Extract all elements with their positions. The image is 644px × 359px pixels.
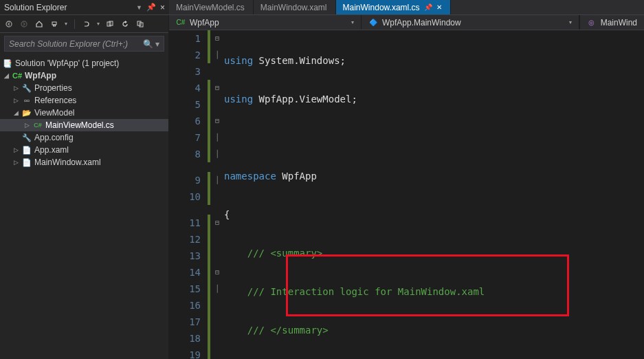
node-label: MainViewModel.cs <box>45 120 114 130</box>
code-body[interactable]: using System.Windows; using WpfApp.ViewM… <box>224 30 644 359</box>
svg-rect-3 <box>54 25 56 26</box>
expand-icon[interactable]: ▷ <box>12 146 19 153</box>
editor-panel: C# WpfApp ▾ 🔷 WpfApp.MainWindow ▾ ◎ Main… <box>169 15 644 359</box>
csproj-icon: C# <box>12 71 22 80</box>
solution-tree: 📑 Solution 'WpfApp' (1 project) ◢ C# Wpf… <box>0 54 168 171</box>
class-icon: 🔷 <box>368 18 378 28</box>
method-icon: ◎ <box>587 18 597 28</box>
main-area: ▾ ▾ Search Solution Explorer (Ctrl+;) 🔍 … <box>0 15 644 359</box>
solution-explorer-header: Solution Explorer ▼ 📌 × <box>0 0 169 14</box>
node-label: Properties <box>34 83 72 93</box>
project-node[interactable]: ◢ C# WpfApp <box>0 69 168 82</box>
nav-class-label: WpfApp.MainWindow <box>382 18 461 28</box>
mainviewmodel-file[interactable]: ▷ C# MainViewModel.cs <box>0 119 168 131</box>
tab-mainwindow-xaml[interactable]: MainWindow.xaml <box>254 0 336 14</box>
outlining-margin[interactable]: ⊟│⊟⊟││ │ ⊟⊟│ <box>210 30 224 359</box>
folder-open-icon: 📂 <box>22 108 32 118</box>
chevron-down-icon: ▾ <box>569 19 572 25</box>
svg-rect-2 <box>52 22 56 25</box>
search-placeholder: Search Solution Explorer (Ctrl+;) <box>9 39 128 49</box>
code-editor[interactable]: 123 456 78 910 111213 141516 171819 20 <box>169 30 644 359</box>
cs-file-icon: C# <box>33 120 43 130</box>
tab-label: MainWindow.xaml <box>260 3 327 12</box>
config-icon: 🔧 <box>22 133 32 142</box>
svg-point-1 <box>21 21 27 27</box>
solution-icon: 📑 <box>3 58 12 68</box>
show-all-icon[interactable] <box>105 19 115 29</box>
expand-icon[interactable]: ▷ <box>12 85 19 91</box>
chevron-down-icon: ▾ <box>351 19 354 25</box>
wrench-icon: 🔧 <box>22 83 32 93</box>
node-label: ViewModel <box>34 108 74 118</box>
nav-class-dropdown[interactable]: 🔷 WpfApp.MainWindow ▾ <box>362 15 579 30</box>
node-label: App.config <box>34 133 74 142</box>
appconfig-file[interactable]: 🔧 App.config <box>0 131 168 144</box>
solution-explorer: ▾ ▾ Search Solution Explorer (Ctrl+;) 🔍 … <box>0 15 169 359</box>
tab-mainwindow-cs[interactable]: MainWindow.xaml.cs 📌 ✕ <box>336 0 451 14</box>
nav-project-dropdown[interactable]: C# WpfApp ▾ <box>169 15 362 30</box>
solution-node[interactable]: 📑 Solution 'WpfApp' (1 project) <box>0 57 168 69</box>
forward-icon[interactable] <box>19 19 29 29</box>
viewmodel-folder[interactable]: ◢ 📂 ViewModel <box>0 107 168 119</box>
top-strip: Solution Explorer ▼ 📌 × MainViewModel.cs… <box>0 0 644 15</box>
node-label: WpfApp <box>25 71 56 80</box>
scope-icon[interactable] <box>82 19 91 29</box>
svg-point-0 <box>6 21 12 27</box>
collapse-icon[interactable]: ◢ <box>3 72 10 79</box>
tab-label: MainViewModel.cs <box>176 3 245 12</box>
close-icon[interactable]: × <box>160 3 165 12</box>
pin-icon[interactable]: 📌 <box>146 3 156 12</box>
dropdown-icon[interactable]: ▼ <box>136 4 142 11</box>
sync-icon[interactable] <box>49 19 59 29</box>
expand-icon[interactable]: ▷ <box>23 122 30 129</box>
appxaml-file[interactable]: ▷ 📄 App.xaml <box>0 144 168 156</box>
node-label: Solution 'WpfApp' (1 project) <box>15 58 119 68</box>
back-icon[interactable] <box>4 19 14 29</box>
navigation-bar: C# WpfApp ▾ 🔷 WpfApp.MainWindow ▾ ◎ Main… <box>169 15 644 30</box>
expand-icon[interactable]: ▷ <box>12 159 19 166</box>
properties-node[interactable]: ▷ 🔧 Properties <box>0 82 168 94</box>
references-node[interactable]: ▷ ▫▫ References <box>0 94 168 107</box>
line-number-gutter: 123 456 78 910 111213 141516 171819 20 <box>169 30 208 359</box>
xaml-icon: 📄 <box>22 157 32 167</box>
close-icon[interactable]: ✕ <box>436 3 442 11</box>
mainwindowxaml-file[interactable]: ▷ 📄 MainWindow.xaml <box>0 156 168 168</box>
nav-member-label: MainWind <box>601 18 637 28</box>
home-icon[interactable] <box>34 19 44 29</box>
csproj-icon: C# <box>176 18 186 28</box>
expand-icon[interactable]: ▷ <box>12 97 19 104</box>
collapse-icon[interactable] <box>135 19 145 29</box>
search-input[interactable]: Search Solution Explorer (Ctrl+;) 🔍 ▾ <box>4 36 164 52</box>
solution-explorer-toolbar: ▾ ▾ <box>0 15 168 33</box>
tab-label: MainWindow.xaml.cs <box>343 3 420 12</box>
collapse-icon[interactable]: ◢ <box>12 109 19 116</box>
references-icon: ▫▫ <box>22 96 32 105</box>
refresh-icon[interactable] <box>120 19 130 29</box>
search-icon: 🔍 ▾ <box>143 39 159 49</box>
nav-member-dropdown[interactable]: ◎ MainWind <box>579 15 644 30</box>
solution-explorer-title: Solution Explorer <box>4 3 67 12</box>
node-label: References <box>34 96 76 105</box>
xaml-icon: 📄 <box>22 145 32 155</box>
node-label: MainWindow.xaml <box>34 157 101 167</box>
nav-project-label: WpfApp <box>190 18 219 28</box>
pin-icon[interactable]: 📌 <box>424 3 432 11</box>
node-label: App.xaml <box>34 145 69 155</box>
tab-mainviewmodel[interactable]: MainViewModel.cs <box>169 0 254 14</box>
